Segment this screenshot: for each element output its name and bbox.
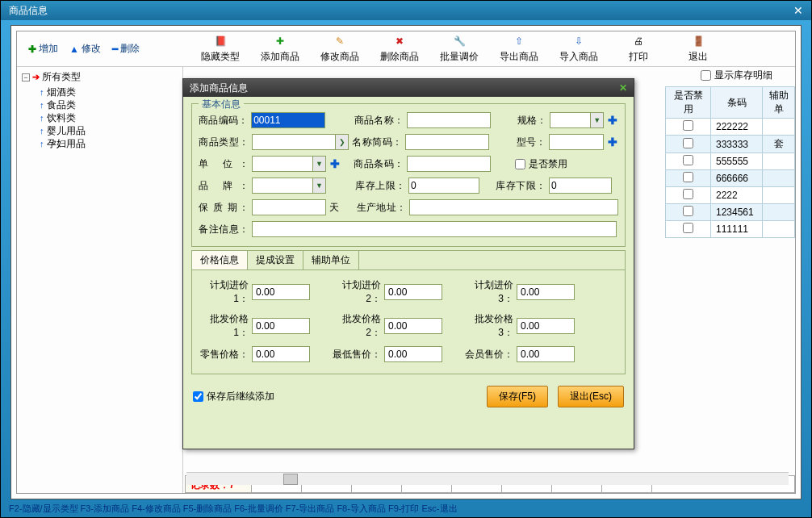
modify-type-button[interactable]: ▲修改 [66,40,104,57]
chevron-down-icon[interactable]: ▼ [312,157,325,171]
main-toolbar: 📕隐藏类型 ✚添加商品 ✎修改商品 ✖删除商品 🔧批量调价 ⇧导出商品 ⇩导入商… [183,34,795,64]
export-icon: ⇧ [511,34,527,48]
chevron-down-icon[interactable]: ▼ [312,178,325,193]
toolbar: ✚增加 ▲修改 ━删除 📕隐藏类型 ✚添加商品 ✎修改商品 ✖删除商品 🔧批量调… [17,31,795,67]
import-icon: ⇩ [571,34,587,48]
dialog-exit-button[interactable]: 退出(Esc) [558,386,624,407]
table-row[interactable]: 111111 [666,221,795,238]
minus-icon: ━ [112,44,118,55]
whole2-input[interactable] [384,318,442,334]
delete-type-button[interactable]: ━删除 [109,40,143,57]
table-row[interactable]: 222222 [666,119,795,136]
show-stock-row: 显示库存明细 [701,69,772,82]
spec-label: 规格： [515,114,546,127]
retail-input[interactable] [252,346,310,362]
origin-input[interactable] [409,199,618,215]
ban-checkbox[interactable] [683,189,693,199]
min-input[interactable] [384,346,442,362]
stockup-label: 库存上限： [355,179,405,193]
table-row[interactable]: 666666 [666,170,795,187]
remark-input[interactable] [252,221,617,237]
save-button[interactable]: 保存(F5) [487,386,548,407]
collapse-icon[interactable]: − [22,73,30,81]
scroll-thumb[interactable] [283,474,298,485]
tree-root[interactable]: − ➔ 所有类型 [22,70,178,84]
import-button[interactable]: ⇩导入商品 [556,34,601,64]
model-input[interactable] [549,134,604,150]
tab-row: 价格信息 提成设置 辅助单位 [192,251,625,270]
whole3-input[interactable] [517,318,575,334]
plan1-input[interactable] [252,284,310,300]
model-label: 型号： [513,136,546,149]
ban-checkbox[interactable] [683,155,693,165]
add-type-button[interactable]: ✚增加 [25,40,61,57]
plan2-input[interactable] [384,284,442,300]
whole1-input[interactable] [252,318,310,334]
add-icon: ✚ [272,34,288,48]
main-window: 商品信息 ✕ ✚增加 ▲修改 ━删除 📕隐藏类型 ✚添加商品 ✎修改商品 ✖删除… [0,0,812,518]
hide-type-button[interactable]: 📕隐藏类型 [198,34,243,64]
tab-commission[interactable]: 提成设置 [248,251,303,269]
ban-checkbox[interactable] [683,172,693,182]
arrow-icon: ↑ [40,137,44,150]
horizontal-scrollbar[interactable] [186,472,789,485]
plan3-input[interactable] [517,284,575,300]
stockdown-label: 库存下限： [496,179,546,193]
show-stock-checkbox[interactable] [701,70,711,81]
shelf-input[interactable] [252,199,326,215]
type-combo[interactable]: ❯ [252,134,349,150]
arrow-icon: ↑ [40,124,44,137]
table-row[interactable]: 1234561 [666,204,795,221]
title-bar: 商品信息 ✕ [1,1,811,20]
brand-label: 品 牌： [199,179,249,193]
code-label: 商品编码： [199,114,248,127]
arrow-icon: ↑ [40,86,44,98]
dialog-close-icon[interactable]: ✕ [619,82,627,94]
add-model-icon[interactable]: ✚ [607,136,618,148]
export-button[interactable]: ⇧导出商品 [496,34,542,64]
tree-item[interactable]: ↑婴儿用品 [40,124,178,137]
save-continue-row: 保存后继续添加 [193,390,477,403]
table-row[interactable]: 2222 [666,187,795,204]
exit-button[interactable]: 🚪退出 [676,34,721,64]
footer-hints: F2-隐藏/显示类型 F3-添加商品 F4-修改商品 F5-删除商品 F6-批量… [9,501,803,516]
member-input[interactable] [517,346,575,362]
table-row[interactable]: 333333套 [666,136,795,153]
tab-aux[interactable]: 辅助单位 [303,251,359,269]
ban-checkbox[interactable] [683,138,693,148]
close-icon[interactable]: ✕ [793,4,803,17]
print-button[interactable]: 🖨打印 [616,34,661,64]
add-product-button[interactable]: ✚添加商品 [257,34,303,64]
pinyin-input[interactable] [405,134,489,150]
wrench-icon: 🔧 [451,34,467,48]
ban-checkbox[interactable] [683,223,693,233]
ban-checkbox[interactable] [683,120,693,131]
table-row[interactable]: 555555 [666,153,795,170]
modify-product-button[interactable]: ✎修改商品 [317,34,362,64]
chevron-down-icon[interactable]: ▼ [590,113,603,127]
name-input[interactable] [407,112,491,128]
arrow-icon: ↑ [40,111,44,124]
add-spec-icon[interactable]: ✚ [607,114,618,127]
col-ban: 是否禁用 [666,87,711,119]
browse-icon[interactable]: ❯ [335,135,348,149]
unit-combo[interactable]: ▼ [252,156,326,172]
tree-item[interactable]: ↑食品类 [40,98,178,111]
stockup-input[interactable] [408,178,479,194]
delete-product-button[interactable]: ✖删除商品 [377,34,422,64]
tree-item[interactable]: ↑饮料类 [40,111,178,124]
save-continue-checkbox[interactable] [193,391,203,402]
batch-price-button[interactable]: 🔧批量调价 [437,34,482,64]
tab-price[interactable]: 价格信息 [192,251,248,269]
ban-checkbox[interactable] [515,159,525,169]
stockdown-input[interactable] [549,178,612,194]
code-input[interactable] [251,112,325,128]
spec-combo[interactable]: ▼ [550,112,604,128]
brand-combo[interactable]: ▼ [252,178,326,194]
price-tabs: 价格信息 提成设置 辅助单位 计划进价1： 计划进价2： 计划进价3： 批发价格… [191,250,626,374]
tree-item[interactable]: ↑孕妇用品 [40,137,178,150]
ban-checkbox[interactable] [683,206,693,216]
tree-item[interactable]: ↑烟酒类 [40,86,178,98]
add-unit-icon[interactable]: ✚ [329,157,341,170]
barcode-input[interactable] [407,156,491,172]
